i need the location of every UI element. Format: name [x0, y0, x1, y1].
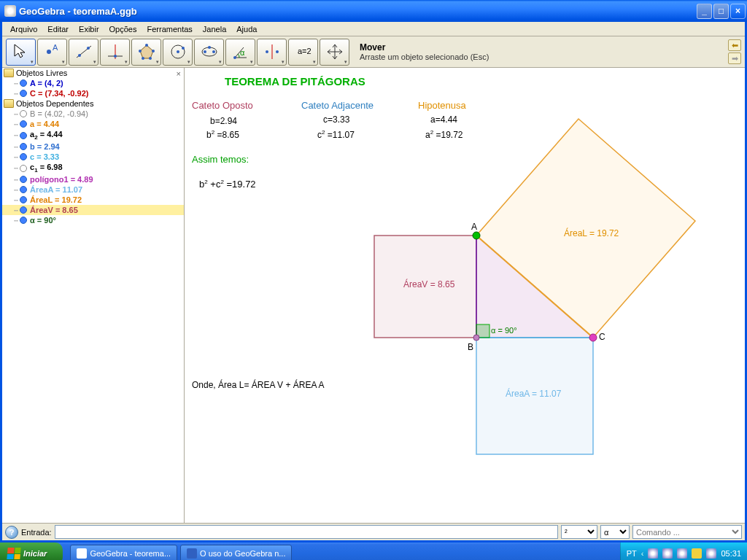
label-areaa: ÁreaA = 11.07 [506, 389, 561, 399]
window-close-button[interactable]: × [730, 4, 746, 19]
tool-polygon[interactable] [131, 39, 161, 66]
tree-item[interactable]: ⋯b = 2.94 [2, 141, 184, 152]
menu-opcoes[interactable]: Opções [104, 23, 142, 35]
label-alpha: α = 90° [491, 326, 517, 335]
svg-text:α: α [240, 48, 245, 57]
tool-move-view[interactable] [320, 39, 349, 66]
menu-exibir[interactable]: Exibir [74, 23, 104, 35]
svg-point-13 [139, 50, 142, 52]
window-title: GeoGebra - teoremaA.ggb [19, 6, 695, 17]
tray-icon[interactable] [662, 548, 673, 559]
tree-item[interactable]: ⋯C = (7.34, -0.92) [2, 88, 184, 98]
svg-marker-8 [140, 45, 153, 58]
point-c-label: C [599, 332, 605, 342]
taskbar-item-geogebra[interactable]: GeoGebra - teorema... [70, 545, 177, 560]
start-button[interactable]: Iniciar [0, 542, 63, 560]
svg-point-0 [47, 50, 51, 54]
label-areav: ÁreaV = 8.65 [403, 279, 454, 289]
tool-reflect[interactable] [257, 39, 287, 66]
svg-text:a=2: a=2 [298, 47, 311, 55]
geometry-diagram [185, 68, 745, 520]
tool-conic[interactable] [194, 39, 224, 66]
menu-ajuda[interactable]: Ajuda [231, 23, 262, 35]
svg-point-15 [177, 50, 179, 53]
tray-icon[interactable] [706, 548, 716, 559]
tray-icon[interactable] [677, 548, 687, 559]
algebra-close-icon[interactable]: × [177, 69, 181, 78]
tree-item[interactable]: ⋯ÁreaA = 11.07 [2, 184, 184, 195]
taskbar-item-word[interactable]: O uso do GeoGebra n... [180, 545, 292, 560]
tray-icon[interactable] [648, 548, 658, 559]
system-tray[interactable]: PT ‹ 05:31 [620, 542, 747, 560]
tree-item[interactable]: ⋯c1 = 6.98 [2, 162, 184, 174]
svg-point-10 [152, 50, 155, 52]
window-maximize-button[interactable]: □ [713, 4, 729, 19]
point-a-label: A [471, 222, 477, 232]
svg-point-7 [114, 55, 117, 58]
svg-point-12 [142, 57, 144, 60]
tree-free-objects[interactable]: Objetos Livres [2, 68, 184, 78]
svg-point-25 [276, 50, 279, 53]
windows-taskbar: Iniciar GeoGebra - teorema... O uso do G… [0, 542, 747, 560]
menu-editar[interactable]: Editar [42, 23, 74, 35]
svg-point-22 [233, 56, 236, 59]
svg-text:A: A [53, 43, 58, 52]
windows-flag-icon [7, 548, 20, 559]
symbol-select-1[interactable]: ² [561, 525, 597, 539]
tree-item[interactable]: ⋯c = 3.33 [2, 152, 184, 162]
app-icon [4, 5, 16, 17]
graphics-view[interactable]: TEOREMA DE PITÁGORAS Cateto Oposto b=2.9… [185, 68, 745, 523]
tree-item[interactable]: ⋯α = 90° [2, 215, 184, 225]
tool-hint-desc: Arraste um objeto selecionado (Esc) [360, 52, 727, 61]
language-indicator[interactable]: PT [627, 549, 637, 558]
clock[interactable]: 05:31 [721, 549, 741, 558]
svg-point-18 [204, 50, 206, 53]
tray-chevron-icon[interactable]: ‹ [641, 549, 644, 558]
help-icon[interactable]: ? [5, 526, 18, 539]
tree-item[interactable]: ⋯polígono1 = 4.89 [2, 174, 184, 184]
tree-dependent-objects[interactable]: Objetos Dependentes [2, 98, 184, 109]
symbol-select-2[interactable]: α [600, 525, 630, 539]
input-label: Entrada: [21, 528, 52, 537]
point-b-label: B [468, 342, 473, 352]
menu-janela[interactable]: Janela [198, 23, 231, 35]
tray-icon[interactable] [692, 548, 702, 559]
redo-button[interactable]: ➡ [728, 52, 741, 64]
tree-item[interactable]: ⋯a2 = 4.44 [2, 129, 184, 141]
svg-point-24 [266, 50, 268, 53]
tool-slider[interactable]: a=2 [288, 39, 318, 66]
label-areal: ÁreaL = 19.72 [564, 228, 619, 238]
tree-item[interactable]: ⋯ÁreaL = 19.72 [2, 195, 184, 205]
svg-point-4 [87, 47, 90, 50]
svg-point-3 [78, 54, 81, 57]
menu-arquivo[interactable]: Arquivo [5, 23, 42, 35]
tool-angle[interactable]: α [225, 39, 255, 66]
svg-point-16 [182, 47, 185, 50]
tool-hint: Mover Arraste um objeto selecionado (Esc… [360, 42, 727, 61]
undo-button[interactable]: ⬅ [728, 39, 741, 51]
command-input[interactable] [55, 525, 558, 539]
svg-point-35 [473, 232, 480, 239]
svg-point-36 [473, 335, 479, 341]
svg-point-11 [149, 57, 152, 60]
tool-perpendicular[interactable] [100, 39, 130, 66]
tree-item[interactable]: ⋯a = 4.44 [2, 119, 184, 129]
tree-item[interactable]: ⋯A = (4, 2) [2, 78, 184, 88]
command-select[interactable]: Comando ... [632, 525, 742, 539]
toolbar: A α a=2 Mover Arraste um objeto selecion… [2, 36, 745, 68]
tool-point[interactable]: A [37, 39, 67, 66]
window-minimize-button[interactable]: _ [697, 4, 712, 19]
svg-point-9 [145, 44, 148, 47]
tree-item[interactable]: ⋯B = (4.02, -0.94) [2, 109, 184, 119]
algebra-view[interactable]: × Objetos Livres ⋯A = (4, 2)⋯C = (7.34, … [2, 68, 185, 523]
tool-hint-title: Mover [360, 42, 727, 52]
window-titlebar: GeoGebra - teoremaA.ggb _ □ × [0, 0, 747, 22]
tree-item[interactable]: ⋯ÁreaV = 8.65 [2, 205, 184, 215]
menu-ferramentas[interactable]: Ferramentas [142, 23, 197, 35]
input-bar: ? Entrada: ² α Comando ... [2, 523, 745, 540]
tool-move[interactable] [6, 39, 36, 66]
svg-point-19 [212, 50, 215, 53]
tool-line[interactable] [69, 39, 98, 66]
svg-point-20 [208, 46, 211, 49]
tool-circle[interactable] [163, 39, 193, 66]
